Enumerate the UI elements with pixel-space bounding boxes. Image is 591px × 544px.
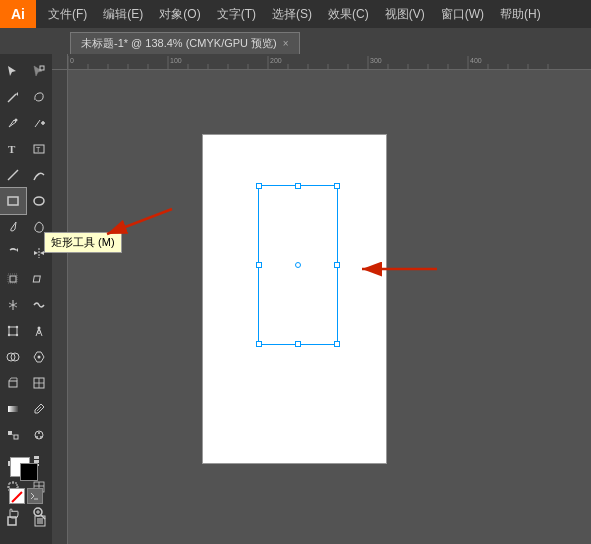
tool-row-6 (0, 188, 52, 214)
reset-color-icon[interactable] (27, 488, 43, 504)
active-tab[interactable]: 未标题-1* @ 138.4% (CMYK/GPU 预览) × (70, 32, 300, 54)
paintbrush-tool[interactable] (0, 214, 26, 240)
menu-view[interactable]: 视图(V) (377, 0, 433, 28)
gradient-tool[interactable] (0, 396, 26, 422)
screen-mode-icon[interactable] (27, 508, 53, 534)
shear-tool[interactable] (26, 266, 52, 292)
menu-file[interactable]: 文件(F) (40, 0, 95, 28)
ellipse-tool[interactable] (26, 188, 52, 214)
arrow-toolbar (87, 199, 187, 259)
svg-text:200: 200 (270, 57, 282, 64)
svg-line-1 (8, 94, 16, 102)
svg-line-9 (8, 170, 18, 180)
no-color-icon[interactable] (9, 488, 25, 504)
main-layout: T T (0, 54, 591, 544)
menu-bar: 文件(F) 编辑(E) 对象(O) 文字(T) 选择(S) 效果(C) 视图(V… (36, 0, 591, 28)
add-anchor-tool[interactable] (26, 110, 52, 136)
selection-box (258, 185, 338, 345)
tool-row-4: T T (0, 136, 52, 162)
svg-text:T: T (8, 143, 16, 155)
tool-row-14 (0, 396, 52, 422)
svg-point-39 (40, 436, 42, 438)
handle-top-mid[interactable] (295, 183, 301, 189)
tool-row-13 (0, 370, 52, 396)
svg-marker-12 (16, 248, 18, 252)
tab-close-button[interactable]: × (283, 38, 289, 49)
handle-bottom-right[interactable] (334, 341, 340, 347)
mesh-tool[interactable] (26, 370, 52, 396)
select-tool[interactable] (0, 58, 26, 84)
tool-row-12 (0, 344, 52, 370)
type-tool[interactable]: T (0, 136, 26, 162)
menu-effect[interactable]: 效果(C) (320, 0, 377, 28)
menu-select[interactable]: 选择(S) (264, 0, 320, 28)
tool-row-15 (0, 422, 52, 448)
eyedropper-tool[interactable] (26, 396, 52, 422)
svg-point-20 (8, 334, 10, 336)
svg-text:100: 100 (170, 57, 182, 64)
handle-bottom-mid[interactable] (295, 341, 301, 347)
symbol-tool[interactable] (26, 422, 52, 448)
menu-edit[interactable]: 编辑(E) (95, 0, 151, 28)
scale-tool[interactable] (0, 266, 26, 292)
menu-window[interactable]: 窗口(W) (433, 0, 492, 28)
lasso-tool[interactable] (26, 84, 52, 110)
line-tool[interactable] (0, 162, 26, 188)
handle-right-mid[interactable] (334, 262, 340, 268)
reflect-tool[interactable] (26, 240, 52, 266)
tool-row-3 (0, 110, 52, 136)
svg-point-3 (15, 119, 18, 122)
svg-point-22 (38, 327, 41, 330)
svg-rect-0 (40, 66, 44, 70)
svg-text:0: 0 (70, 57, 74, 64)
svg-rect-61 (37, 518, 43, 524)
tool-row-10 (0, 292, 52, 318)
rotate-tool[interactable] (0, 240, 26, 266)
menu-object[interactable]: 对象(O) (151, 0, 208, 28)
shape-builder-tool[interactable] (0, 344, 26, 370)
artboard (202, 134, 387, 464)
tool-row-1 (0, 58, 52, 84)
svg-rect-10 (8, 197, 18, 205)
free-transform-tool[interactable] (0, 318, 26, 344)
tool-row-9 (0, 266, 52, 292)
svg-text:T: T (36, 146, 41, 153)
handle-top-left[interactable] (256, 183, 262, 189)
title-bar: Ai 文件(F) 编辑(E) 对象(O) 文字(T) 选择(S) 效果(C) 视… (0, 0, 591, 28)
handle-bottom-left[interactable] (256, 341, 262, 347)
svg-point-37 (38, 432, 40, 434)
svg-point-18 (8, 326, 10, 328)
handle-top-right[interactable] (334, 183, 340, 189)
warp-tool[interactable] (26, 292, 52, 318)
ai-logo: Ai (0, 0, 36, 28)
area-type-tool[interactable]: T (26, 136, 52, 162)
perspective-tool[interactable] (0, 370, 26, 396)
screen-mode-row (0, 508, 53, 534)
menu-type[interactable]: 文字(T) (209, 0, 264, 28)
stroke-swatch[interactable] (20, 463, 38, 481)
magic-wand-tool[interactable] (0, 84, 26, 110)
svg-rect-16 (33, 276, 40, 282)
direct-select-tool[interactable] (26, 58, 52, 84)
canvas-area[interactable]: 0100200300400 (52, 54, 591, 544)
arc-tool[interactable] (26, 162, 52, 188)
puppet-warp-tool[interactable] (26, 318, 52, 344)
bottom-icons (0, 508, 52, 534)
rect-tool[interactable] (0, 188, 26, 214)
blob-brush-tool[interactable] (26, 214, 52, 240)
width-tool[interactable] (0, 292, 26, 318)
live-paint-tool[interactable] (26, 344, 52, 370)
tool-row-11 (0, 318, 52, 344)
blend-tool[interactable] (0, 422, 26, 448)
handle-center (295, 262, 301, 268)
tool-row-8 (0, 240, 52, 266)
ruler-vertical (52, 70, 68, 544)
menu-help[interactable]: 帮助(H) (492, 0, 549, 28)
pen-tool[interactable] (0, 110, 26, 136)
ruler-horizontal: 0100200300400 (52, 54, 591, 70)
tool-row-7 (0, 214, 52, 240)
svg-text:400: 400 (470, 57, 482, 64)
draw-mode-icon[interactable] (0, 508, 25, 534)
handle-left-mid[interactable] (256, 262, 262, 268)
svg-point-11 (34, 197, 44, 205)
